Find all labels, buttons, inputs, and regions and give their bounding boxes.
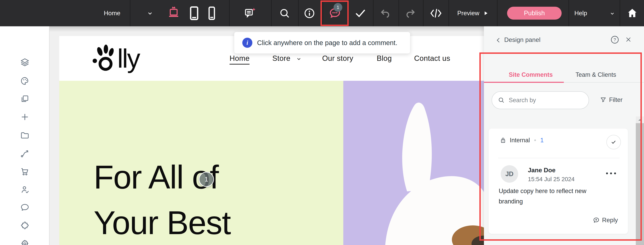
site-nav-contact-us[interactable]: Contact us xyxy=(414,54,450,62)
info-icon[interactable] xyxy=(302,0,317,26)
preview-button[interactable]: Preview xyxy=(453,0,493,26)
help-label: Help xyxy=(574,10,587,17)
layers-icon[interactable] xyxy=(20,57,30,67)
comment-author: Jane Doe xyxy=(528,167,556,174)
comment-mode-tooltip: i Click anywhere on the page to add a co… xyxy=(234,32,410,54)
help-circle-icon[interactable]: ? xyxy=(610,35,620,44)
publish-button[interactable]: Publish xyxy=(507,7,562,20)
comment-thread-card[interactable]: Internal 1 JD Jane Doe 15:54 Jul 25 2024… xyxy=(488,129,628,234)
tab-team-clients[interactable]: Team & Clients xyxy=(576,71,616,78)
site-logo: lly xyxy=(92,43,139,72)
thread-visibility: Internal xyxy=(510,137,530,144)
reply-icon xyxy=(592,216,600,224)
scrollbar-thumb[interactable] xyxy=(636,123,644,245)
chat-icon[interactable] xyxy=(20,203,30,212)
desktop-view-button[interactable] xyxy=(165,0,182,26)
comment-body: Update copy here to reflect new branding xyxy=(499,186,603,207)
comment-pin[interactable]: 1 xyxy=(199,172,214,187)
hero-heading: For All ofYour Best xyxy=(94,155,230,245)
tooltip-text: Click anywhere on the page to add a comm… xyxy=(257,39,397,47)
site-nav-our-story[interactable]: Our story xyxy=(322,54,353,62)
logo-text: lly xyxy=(117,45,139,72)
search-icon[interactable] xyxy=(277,0,292,26)
toolbar-shadow xyxy=(0,26,484,32)
site-nav-home[interactable]: Home xyxy=(230,54,250,64)
undo-icon[interactable] xyxy=(377,0,393,26)
search-box[interactable] xyxy=(492,91,589,109)
comments-badge: 1 xyxy=(334,3,342,12)
filter-label: Filter xyxy=(609,96,622,103)
comment-timestamp: 15:54 Jul 25 2024 xyxy=(528,176,574,183)
search-input[interactable] xyxy=(509,97,579,104)
help-menu[interactable]: Help xyxy=(570,0,603,26)
mobile-view-button[interactable] xyxy=(208,0,216,26)
reply-button[interactable]: Reply xyxy=(592,216,618,224)
tablet-view-button[interactable] xyxy=(186,0,202,26)
cart-icon[interactable] xyxy=(20,167,30,177)
flow-icon[interactable] xyxy=(20,149,30,158)
paw-logo-icon xyxy=(92,43,117,72)
comments-panel: Design panel ? Site Comments Team & Clie… xyxy=(484,26,644,245)
site-canvas: lly Home Store Our story Blog Contact us… xyxy=(59,36,484,245)
dashboard-home-icon[interactable] xyxy=(624,0,641,26)
filter-button[interactable]: Filter xyxy=(600,96,622,103)
ai-assistant-icon[interactable] xyxy=(242,0,258,26)
chevron-down-icon xyxy=(296,54,302,62)
pages-icon[interactable] xyxy=(20,94,30,104)
search-icon xyxy=(498,96,505,104)
hero-section: For All ofYour Best xyxy=(59,81,343,245)
more-options-icon[interactable] xyxy=(606,172,616,174)
resolve-button[interactable] xyxy=(606,135,621,149)
folder-icon[interactable] xyxy=(20,130,30,140)
settings-icon[interactable] xyxy=(20,239,30,245)
thread-count: 1 xyxy=(540,137,544,144)
members-icon[interactable] xyxy=(20,185,30,194)
left-sidebar xyxy=(0,26,50,245)
dot-separator xyxy=(534,139,536,141)
tab-site-comments[interactable]: Site Comments xyxy=(509,71,553,78)
info-icon: i xyxy=(242,38,252,48)
publish-label: Publish xyxy=(524,9,545,17)
palette-icon[interactable] xyxy=(20,76,30,86)
scroll-up-icon[interactable] xyxy=(636,116,644,123)
panel-scrollbar[interactable] xyxy=(636,116,644,245)
avatar: JD xyxy=(501,165,518,183)
page-selector-label: Home xyxy=(104,10,120,17)
active-tab-underline xyxy=(484,82,564,83)
site-nav-store[interactable]: Store xyxy=(272,54,290,62)
filter-icon xyxy=(600,96,607,103)
svg-text:?: ? xyxy=(614,37,616,42)
chevron-down-icon[interactable] xyxy=(609,10,616,17)
dog-photo xyxy=(343,81,484,245)
preview-label: Preview xyxy=(457,10,480,17)
card-divider xyxy=(498,158,620,158)
wix-editor: lly Home Store Our story Blog Contact us… xyxy=(0,0,644,245)
top-toolbar: Home xyxy=(0,0,644,26)
chevron-down-icon[interactable] xyxy=(146,10,154,17)
page-selector[interactable]: Home xyxy=(94,0,130,26)
code-icon[interactable] xyxy=(428,0,444,26)
add-icon[interactable] xyxy=(20,112,30,122)
lock-icon xyxy=(499,137,507,144)
site-nav-blog[interactable]: Blog xyxy=(377,54,392,62)
redo-icon[interactable] xyxy=(402,0,418,26)
hero-image xyxy=(343,81,484,245)
apps-icon[interactable] xyxy=(20,221,30,231)
save-check-icon[interactable] xyxy=(352,0,368,26)
panel-title: Design panel xyxy=(504,36,540,43)
reply-label: Reply xyxy=(602,217,618,224)
close-icon[interactable] xyxy=(624,36,632,43)
panel-tabs: Site Comments Team & Clients xyxy=(484,52,644,83)
back-icon[interactable] xyxy=(495,37,502,44)
